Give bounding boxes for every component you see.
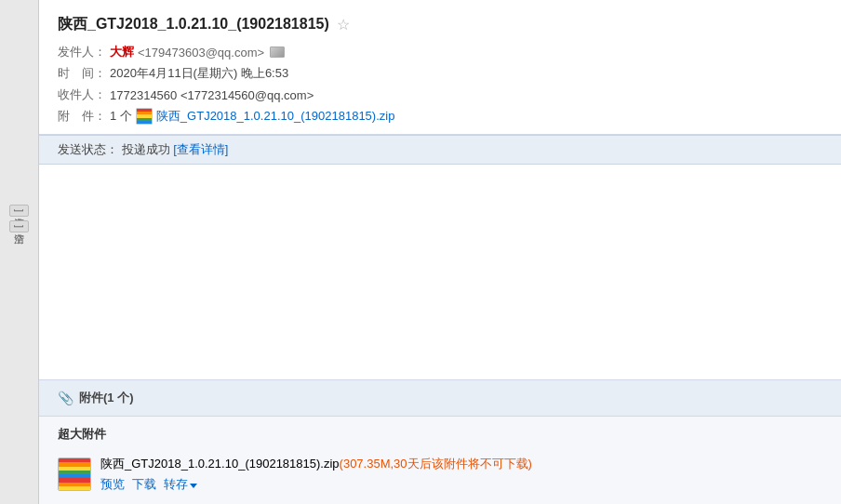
attachment-header-label: 附件(1 个) bbox=[79, 390, 134, 406]
sender-row: 发件人： 大辉 <179473603@qq.com> bbox=[58, 44, 822, 60]
zip-icon-large bbox=[58, 458, 91, 491]
email-header: 陕西_GTJ2018_1.0.21.10_(1902181815) ☆ 发件人：… bbox=[39, 0, 841, 135]
email-title-row: 陕西_GTJ2018_1.0.21.10_(1902181815) ☆ bbox=[58, 15, 822, 34]
email-title: 陕西_GTJ2018_1.0.21.10_(1902181815) bbox=[58, 15, 329, 34]
sender-email: <179473603@qq.com> bbox=[138, 46, 264, 60]
attachment-size: (307.35M,30天后该附件将不可下载) bbox=[340, 457, 532, 471]
main-content: 陕西_GTJ2018_1.0.21.10_(1902181815) ☆ 发件人：… bbox=[39, 0, 841, 504]
attachment-count: 1 个 bbox=[110, 108, 132, 125]
attachment-type-label: 超大附件 bbox=[39, 417, 841, 448]
recipient-value: 1772314560 <1772314560@qq.com> bbox=[110, 88, 314, 102]
time-row: 时 间： 2020年4月11日(星期六) 晚上6:53 bbox=[58, 65, 822, 82]
email-meta: 发件人： 大辉 <179473603@qq.com> 时 间： 2020年4月1… bbox=[58, 44, 822, 134]
sidebar-item-1[interactable]: 清空] bbox=[9, 205, 29, 217]
attachment-section-header: 📎 附件(1 个) bbox=[39, 380, 841, 417]
sender-label: 发件人： bbox=[58, 44, 106, 60]
attachment-info: 陕西_GTJ2018_1.0.21.10_(1902181815).zip(30… bbox=[100, 456, 532, 493]
time-label: 时 间： bbox=[58, 65, 106, 82]
email-body bbox=[39, 165, 841, 379]
status-value: 投递成功 bbox=[122, 142, 170, 156]
attachment-filename-row: 陕西_GTJ2018_1.0.21.10_(1902181815).zip(30… bbox=[100, 456, 532, 472]
time-value: 2020年4月11日(星期六) 晚上6:53 bbox=[110, 65, 288, 82]
attachment-section: 📎 附件(1 个) 超大附件 陕西_GTJ2018_1.0.21.10_(19 bbox=[39, 379, 841, 504]
transfer-label: 转存 bbox=[164, 476, 188, 493]
sidebar-item-2[interactable]: 清空] bbox=[9, 220, 29, 232]
sender-name[interactable]: 大辉 bbox=[110, 44, 134, 60]
sidebar: 清空] 清空] bbox=[0, 0, 39, 504]
star-icon[interactable]: ☆ bbox=[337, 16, 350, 33]
chevron-down-icon bbox=[190, 484, 197, 488]
status-bar: 发送状态： 投递成功 [查看详情] bbox=[39, 135, 841, 165]
paperclip-icon: 📎 bbox=[58, 391, 73, 405]
attachment-item: 陕西_GTJ2018_1.0.21.10_(1902181815).zip(30… bbox=[39, 448, 841, 504]
status-label: 发送状态： bbox=[58, 142, 118, 156]
zip-icon-small bbox=[136, 108, 153, 125]
picture-icon[interactable] bbox=[270, 46, 285, 58]
attachment-label: 附 件： bbox=[58, 108, 106, 125]
transfer-dropdown[interactable]: 转存 bbox=[164, 476, 197, 493]
attachment-inline-name[interactable]: 陕西_GTJ2018_1.0.21.10_(1902181815).zip bbox=[156, 108, 395, 125]
attachment-actions: 预览 下载 转存 bbox=[100, 476, 532, 493]
attachment-filename: 陕西_GTJ2018_1.0.21.10_(1902181815).zip bbox=[100, 457, 340, 471]
download-link[interactable]: 下载 bbox=[132, 476, 156, 493]
attachment-inline-row: 附 件： 1 个 陕西_GTJ2018_1.0.21.10_(190218181… bbox=[58, 108, 822, 125]
recipient-label: 收件人： bbox=[58, 86, 106, 103]
status-detail-link[interactable]: [查看详情] bbox=[173, 142, 228, 156]
preview-link[interactable]: 预览 bbox=[100, 476, 125, 493]
recipient-row: 收件人： 1772314560 <1772314560@qq.com> bbox=[58, 86, 822, 103]
